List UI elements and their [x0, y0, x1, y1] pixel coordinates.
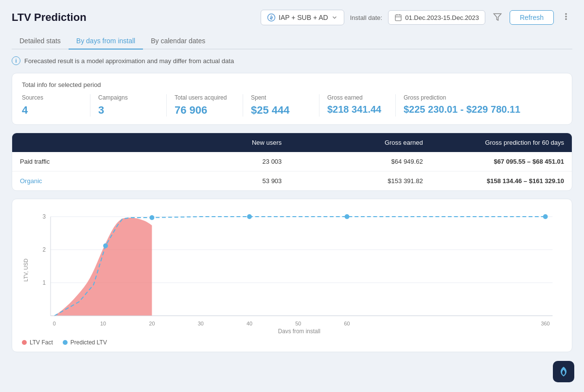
predicted-ltv-dot: [63, 340, 68, 345]
table-row: Organic 53 903 $153 391.82 $158 134.46 –…: [12, 171, 572, 190]
summary-card-title: Total info for selected period: [22, 81, 562, 88]
dollar-icon: [267, 13, 276, 22]
metric-campaigns-value: 3: [98, 104, 159, 117]
traffic-table: New users Gross earned Gross prediction …: [12, 133, 572, 191]
page-title: LTV Prediction: [12, 11, 87, 24]
svg-text:2: 2: [43, 246, 46, 253]
metric-gross-earned-value: $218 341.44: [327, 104, 388, 115]
metric-spent-label: Spent: [251, 94, 311, 101]
row-paid-source: Paid traffic: [12, 152, 148, 171]
metric-campaigns: Campaigns 3: [90, 94, 167, 117]
tab-by-calendar-dates[interactable]: By calendar dates: [143, 33, 213, 50]
metric-total-users-label: Total users acquired: [175, 94, 235, 101]
header-controls: IAP + SUB + AD Install date: 01.Dec.2023…: [261, 10, 572, 25]
predicted-point-4: [345, 214, 350, 219]
svg-text:10: 10: [100, 321, 106, 326]
more-options-button[interactable]: [560, 10, 572, 25]
notice-text: Forecasted result is a model approximati…: [24, 57, 234, 65]
summary-card: Total info for selected period Sources 4…: [12, 73, 572, 125]
chevron-down-icon: [331, 14, 338, 21]
svg-point-6: [566, 13, 566, 14]
legend-predicted-ltv: Predicted LTV: [63, 339, 107, 346]
metric-campaigns-label: Campaigns: [98, 94, 159, 101]
summary-metrics: Sources 4 Campaigns 3 Total users acquir…: [22, 94, 562, 117]
refresh-button[interactable]: Refresh: [510, 10, 554, 25]
metric-gross-earned-label: Gross earned: [327, 94, 388, 101]
table-header: New users Gross earned Gross prediction …: [12, 133, 572, 152]
info-icon: i: [12, 56, 20, 65]
row-organic-source: Organic: [12, 171, 148, 190]
date-range-selector[interactable]: 01.Dec.2023-15.Dec.2023: [388, 10, 485, 25]
tab-detailed-stats[interactable]: Detailed stats: [12, 33, 69, 50]
tab-bar: Detailed stats By days from install By c…: [12, 33, 572, 50]
chart-legend: LTV Fact Predicted LTV: [22, 339, 562, 346]
forecast-notice: i Forecasted result is a model approxima…: [12, 56, 572, 65]
metric-total-users: Total users acquired 76 906: [167, 94, 243, 117]
col-gross-prediction: Gross prediction for 60 days: [431, 133, 572, 152]
brand-icon: [557, 365, 570, 378]
row-organic-gross-prediction: $158 134.46 – $161 329.10: [431, 171, 572, 190]
svg-text:30: 30: [198, 321, 204, 326]
svg-point-8: [566, 18, 566, 19]
svg-text:40: 40: [247, 321, 252, 326]
metric-gross-prediction-value: $225 230.01 - $229 780.11: [404, 104, 554, 115]
install-date-label: Install date:: [350, 14, 383, 21]
predicted-point-2: [150, 215, 155, 220]
ltv-chart-card: 3 2 1 LTV, USD 0 10 20 30 40 50 60 360 D…: [12, 199, 572, 352]
legend-predicted-ltv-label: Predicted LTV: [71, 339, 107, 346]
metric-gross-prediction-label: Gross prediction: [404, 94, 554, 101]
col-source: [12, 133, 148, 152]
legend-ltv-fact: LTV Fact: [22, 339, 53, 346]
legend-ltv-fact-label: LTV Fact: [30, 339, 53, 346]
brand-logo: [553, 361, 574, 382]
svg-marker-5: [494, 14, 501, 20]
ltv-chart: 3 2 1 LTV, USD 0 10 20 30 40 50 60 360 D…: [22, 207, 562, 333]
row-organic-gross-earned: $153 391.82: [289, 171, 430, 190]
row-paid-gross-prediction: $67 095.55 – $68 451.01: [431, 152, 572, 171]
metric-gross-earned: Gross earned $218 341.44: [319, 94, 396, 117]
revenue-type-label: IAP + SUB + AD: [279, 14, 328, 21]
metric-sources-label: Sources: [22, 94, 82, 101]
svg-text:LTV, USD: LTV, USD: [23, 258, 29, 282]
ltv-fact-area: [54, 218, 152, 316]
date-range-value: 01.Dec.2023-15.Dec.2023: [405, 14, 479, 21]
svg-text:Days from install: Days from install: [278, 328, 320, 333]
svg-text:0: 0: [53, 321, 56, 326]
svg-text:20: 20: [149, 321, 155, 326]
svg-text:360: 360: [541, 321, 550, 326]
more-vertical-icon: [562, 12, 570, 21]
metric-spent-value: $25 444: [251, 104, 311, 117]
svg-text:1: 1: [43, 279, 46, 286]
row-paid-gross-earned: $64 949.62: [289, 152, 430, 171]
svg-text:50: 50: [295, 321, 301, 326]
svg-text:60: 60: [344, 321, 350, 326]
revenue-type-selector[interactable]: IAP + SUB + AD: [261, 10, 344, 25]
col-gross-earned: Gross earned: [289, 133, 430, 152]
row-organic-new-users: 53 903: [148, 171, 289, 190]
calendar-icon: [394, 14, 402, 21]
chart-svg: 3 2 1 LTV, USD 0 10 20 30 40 50 60 360 D…: [22, 207, 562, 333]
metric-spent: Spent $25 444: [243, 94, 319, 117]
filter-icon: [493, 13, 502, 21]
predicted-point-5: [543, 214, 548, 219]
table-row: Paid traffic 23 003 $64 949.62 $67 095.5…: [12, 152, 572, 171]
svg-rect-1: [395, 15, 401, 21]
svg-point-7: [566, 16, 566, 17]
predicted-point-1: [103, 243, 108, 248]
predicted-point-3: [247, 214, 252, 219]
filter-button[interactable]: [491, 11, 504, 25]
metric-sources: Sources 4: [22, 94, 90, 117]
metric-gross-prediction: Gross prediction $225 230.01 - $229 780.…: [396, 94, 562, 117]
svg-text:3: 3: [43, 213, 46, 220]
metric-sources-value: 4: [22, 104, 82, 117]
ltv-fact-dot: [22, 340, 27, 345]
row-paid-new-users: 23 003: [148, 152, 289, 171]
col-new-users: New users: [148, 133, 289, 152]
metric-total-users-value: 76 906: [175, 104, 235, 117]
tab-by-days-from-install[interactable]: By days from install: [69, 33, 143, 50]
